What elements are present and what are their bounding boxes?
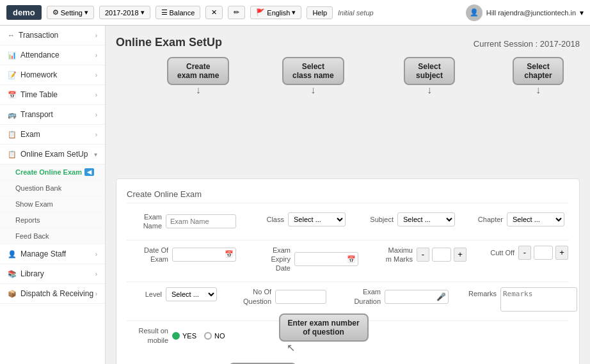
class-group: Class Select ... xyxy=(249,212,346,226)
sub-label-feedback: Feed Back xyxy=(15,232,49,240)
english-button[interactable]: 🚩 English ▾ xyxy=(250,6,301,19)
flag-icon: 🚩 xyxy=(256,8,265,17)
sidebar-sub-create-online-exam[interactable]: Create Online Exam ◀ xyxy=(0,164,105,180)
help-button[interactable]: Help xyxy=(307,6,333,19)
initial-setup-label: Initial setup xyxy=(338,9,374,17)
year-button[interactable]: 2017-2018 ▾ xyxy=(99,6,150,19)
mic-icon[interactable]: 🎤 xyxy=(436,292,446,301)
chevron-right-icon4: › xyxy=(95,91,97,99)
calendar-icon-2: 📅 xyxy=(347,255,356,264)
level-select[interactable]: Select ... xyxy=(166,287,217,301)
class-select[interactable]: Select ... xyxy=(288,212,346,226)
sidebar-sub-show-exam[interactable]: Show Exam xyxy=(0,196,105,212)
sidebar-item-dispatch[interactable]: 📦 Dispatch & Receiving › xyxy=(0,284,105,304)
cutoff-increment[interactable]: + xyxy=(555,246,568,260)
sub-label-reports: Reports xyxy=(15,216,40,224)
chevron-down-icon2: ▾ xyxy=(141,8,145,17)
form-row-3: Level Select ... No OfQuestion ExamDurat… xyxy=(127,287,569,312)
homework-icon: 📝 xyxy=(8,71,17,79)
timetable-icon: 📅 xyxy=(8,91,17,99)
exam-name-group: ExamName xyxy=(127,212,236,231)
form-row-1: ExamName Class Select ... Subject xyxy=(127,212,569,231)
tooltip-create-exam: Createexam name ↓ xyxy=(167,57,229,95)
callout-enter-question: Enter exam numberof question ↖ xyxy=(279,313,369,354)
exam-name-input[interactable] xyxy=(166,214,236,228)
cutoff-value[interactable] xyxy=(534,246,553,260)
chevron-right-icon6: › xyxy=(95,131,97,138)
sidebar-item-library[interactable]: 📚 Library › xyxy=(0,264,105,284)
arrow-up-1: ↖ xyxy=(279,342,369,354)
yes-radio-label[interactable]: YES xyxy=(172,332,196,340)
no-of-question-label: No OfQuestion xyxy=(230,287,271,306)
app-layout: ↔ Transaction › 📊 Attendance › 📝 Homewor… xyxy=(0,26,590,364)
chevron-right-icon9: › xyxy=(95,290,97,297)
sidebar-item-online-exam-setup[interactable]: 📋 Online Exam SetUp ▾ xyxy=(0,145,105,164)
max-marks-stepper: - + xyxy=(417,248,466,262)
sidebar-label-transaction: Transaction xyxy=(19,31,58,40)
sub-label-create: Create Online Exam xyxy=(15,168,82,176)
chevron-down-icon3: ▾ xyxy=(292,8,296,17)
bottom-row: Result onmobile YES NO xyxy=(127,326,569,345)
arrow-down-2: ↓ xyxy=(282,85,344,95)
edit-icon: ✏ xyxy=(234,8,239,17)
level-group: Level Select ... xyxy=(127,287,217,301)
sidebar-item-homework[interactable]: 📝 Homework › xyxy=(0,65,105,85)
no-label: NO xyxy=(214,332,225,340)
sidebar-sub-reports[interactable]: Reports xyxy=(0,212,105,228)
tooltip-select-class: Selectclass name ↓ xyxy=(282,57,344,95)
cross-button[interactable]: ✕ xyxy=(205,6,223,19)
dispatch-icon: 📦 xyxy=(8,290,17,298)
tooltip-subject-text: Selectsubject xyxy=(416,62,443,80)
edit-button[interactable]: ✏ xyxy=(228,6,245,19)
sidebar-label-homework: Homework xyxy=(20,70,57,79)
arrow-down-4: ↓ xyxy=(513,85,564,95)
subject-group: Subject Select ... xyxy=(358,212,455,226)
max-marks-increment[interactable]: + xyxy=(454,248,466,262)
sidebar-label-transport: Transport xyxy=(20,110,53,119)
result-radio-group: YES NO xyxy=(172,332,225,340)
yes-radio-dot xyxy=(172,332,180,340)
chevron-down-icon: ▾ xyxy=(84,8,88,17)
remarks-textarea[interactable] xyxy=(500,287,577,312)
max-marks-decrement[interactable]: - xyxy=(417,248,429,262)
sidebar-item-transaction[interactable]: ↔ Transaction › xyxy=(0,26,105,45)
cutoff-stepper: - + xyxy=(518,246,568,260)
user-info: Hill rajendra@junctiontech.in xyxy=(486,9,576,17)
cutoff-group: Cutt Off - + xyxy=(479,246,568,260)
sidebar-item-manage-staff[interactable]: 👤 Manage Staff › xyxy=(0,244,105,264)
no-of-question-input[interactable] xyxy=(275,290,326,304)
sidebar-sub-question-bank[interactable]: Question Bank xyxy=(0,180,105,196)
app-logo: demo xyxy=(6,5,42,20)
no-radio-label[interactable]: NO xyxy=(204,332,225,340)
result-mobile-group: Result onmobile YES NO xyxy=(127,326,225,345)
main-content: Online Exam SetUp Current Session : 2017… xyxy=(106,26,590,364)
expiry-label: ExamExpiryDate xyxy=(249,246,291,273)
sidebar-label-exam: Exam xyxy=(20,130,40,139)
sidebar-item-attendance[interactable]: 📊 Attendance › xyxy=(0,45,105,65)
chevron-right-icon: › xyxy=(95,32,97,39)
chapter-select[interactable]: Select ... xyxy=(507,212,564,226)
subject-label: Subject xyxy=(358,216,394,223)
cutoff-decrement[interactable]: - xyxy=(518,246,531,260)
max-marks-value[interactable] xyxy=(432,248,451,262)
sidebar-item-timetable[interactable]: 📅 Time Table › xyxy=(0,85,105,105)
no-of-question-group: No OfQuestion xyxy=(230,287,326,306)
chapter-label: Chapter xyxy=(468,216,503,223)
sidebar-item-exam[interactable]: 📋 Exam › xyxy=(0,125,105,145)
exam-icon: 📋 xyxy=(8,131,17,139)
cutoff-label: Cutt Off xyxy=(479,249,514,257)
sidebar-item-transport[interactable]: 🚌 Transport › xyxy=(0,105,105,125)
balance-button[interactable]: ☰ Balance xyxy=(155,6,201,19)
no-radio-dot xyxy=(204,332,212,340)
session-info: Current Session : 2017-2018 xyxy=(474,39,580,49)
callout-question-text: Enter exam numberof question xyxy=(288,319,360,336)
setting-button[interactable]: ⚙ Setting ▾ xyxy=(47,6,94,19)
chevron-down-icon-exam: ▾ xyxy=(94,151,97,158)
tooltip-select-chapter: Selectchapter ↓ xyxy=(513,57,564,95)
attendance-icon: 📊 xyxy=(8,51,17,59)
sidebar-sub-feedback[interactable]: Feed Back xyxy=(0,228,105,244)
subject-select[interactable]: Select ... xyxy=(397,212,455,226)
exam-name-label: ExamName xyxy=(127,212,162,231)
date-exam-group: Date OfExam 📅 xyxy=(127,246,236,264)
result-mobile-label: Result onmobile xyxy=(127,326,168,345)
